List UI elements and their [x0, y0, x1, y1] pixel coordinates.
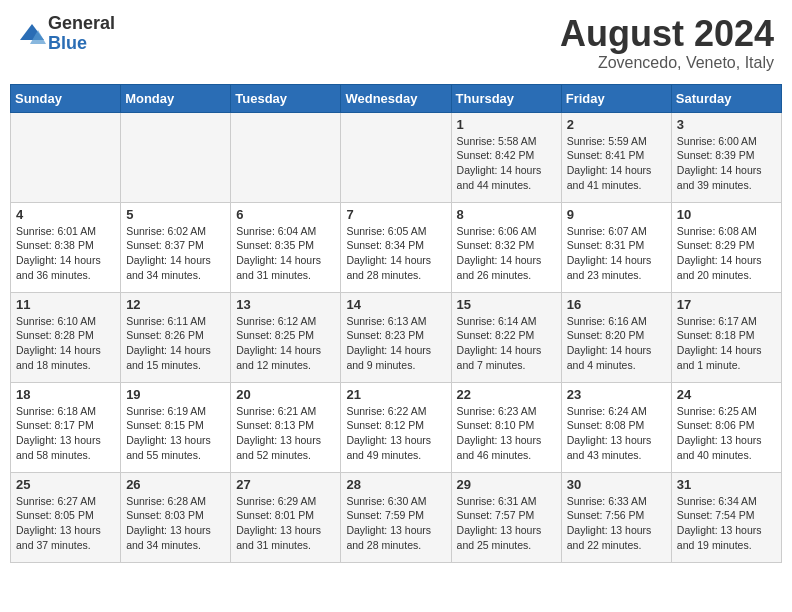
day-info: Sunrise: 5:58 AM Sunset: 8:42 PM Dayligh… [457, 134, 556, 193]
calendar-title: August 2024 [560, 14, 774, 54]
day-info: Sunrise: 6:21 AM Sunset: 8:13 PM Dayligh… [236, 404, 335, 463]
day-info: Sunrise: 6:27 AM Sunset: 8:05 PM Dayligh… [16, 494, 115, 553]
day-info: Sunrise: 6:13 AM Sunset: 8:23 PM Dayligh… [346, 314, 445, 373]
day-info: Sunrise: 6:12 AM Sunset: 8:25 PM Dayligh… [236, 314, 335, 373]
day-number: 31 [677, 477, 776, 492]
calendar-cell: 9Sunrise: 6:07 AM Sunset: 8:31 PM Daylig… [561, 202, 671, 292]
logo: General Blue [18, 14, 115, 54]
calendar-cell: 8Sunrise: 6:06 AM Sunset: 8:32 PM Daylig… [451, 202, 561, 292]
calendar-cell: 25Sunrise: 6:27 AM Sunset: 8:05 PM Dayli… [11, 472, 121, 562]
calendar-cell: 27Sunrise: 6:29 AM Sunset: 8:01 PM Dayli… [231, 472, 341, 562]
day-info: Sunrise: 6:22 AM Sunset: 8:12 PM Dayligh… [346, 404, 445, 463]
calendar-cell: 16Sunrise: 6:16 AM Sunset: 8:20 PM Dayli… [561, 292, 671, 382]
calendar-cell: 18Sunrise: 6:18 AM Sunset: 8:17 PM Dayli… [11, 382, 121, 472]
calendar-cell: 15Sunrise: 6:14 AM Sunset: 8:22 PM Dayli… [451, 292, 561, 382]
calendar-cell: 20Sunrise: 6:21 AM Sunset: 8:13 PM Dayli… [231, 382, 341, 472]
day-info: Sunrise: 6:28 AM Sunset: 8:03 PM Dayligh… [126, 494, 225, 553]
day-number: 13 [236, 297, 335, 312]
logo-icon [18, 20, 46, 48]
calendar-week-row: 25Sunrise: 6:27 AM Sunset: 8:05 PM Dayli… [11, 472, 782, 562]
logo-general-text: General [48, 14, 115, 34]
calendar-cell: 7Sunrise: 6:05 AM Sunset: 8:34 PM Daylig… [341, 202, 451, 292]
calendar-cell: 14Sunrise: 6:13 AM Sunset: 8:23 PM Dayli… [341, 292, 451, 382]
day-number: 12 [126, 297, 225, 312]
day-info: Sunrise: 6:04 AM Sunset: 8:35 PM Dayligh… [236, 224, 335, 283]
day-info: Sunrise: 6:25 AM Sunset: 8:06 PM Dayligh… [677, 404, 776, 463]
day-info: Sunrise: 6:10 AM Sunset: 8:28 PM Dayligh… [16, 314, 115, 373]
day-info: Sunrise: 6:30 AM Sunset: 7:59 PM Dayligh… [346, 494, 445, 553]
day-number: 25 [16, 477, 115, 492]
day-info: Sunrise: 6:18 AM Sunset: 8:17 PM Dayligh… [16, 404, 115, 463]
calendar-cell: 4Sunrise: 6:01 AM Sunset: 8:38 PM Daylig… [11, 202, 121, 292]
day-info: Sunrise: 6:29 AM Sunset: 8:01 PM Dayligh… [236, 494, 335, 553]
weekday-header-wednesday: Wednesday [341, 84, 451, 112]
day-info: Sunrise: 6:01 AM Sunset: 8:38 PM Dayligh… [16, 224, 115, 283]
day-number: 10 [677, 207, 776, 222]
calendar-cell: 10Sunrise: 6:08 AM Sunset: 8:29 PM Dayli… [671, 202, 781, 292]
day-number: 19 [126, 387, 225, 402]
calendar-cell: 12Sunrise: 6:11 AM Sunset: 8:26 PM Dayli… [121, 292, 231, 382]
calendar-cell: 17Sunrise: 6:17 AM Sunset: 8:18 PM Dayli… [671, 292, 781, 382]
calendar-table: SundayMondayTuesdayWednesdayThursdayFrid… [10, 84, 782, 563]
page-header: General Blue August 2024 Zovencedo, Vene… [10, 10, 782, 76]
day-info: Sunrise: 6:16 AM Sunset: 8:20 PM Dayligh… [567, 314, 666, 373]
day-info: Sunrise: 6:31 AM Sunset: 7:57 PM Dayligh… [457, 494, 556, 553]
day-number: 18 [16, 387, 115, 402]
day-number: 21 [346, 387, 445, 402]
day-info: Sunrise: 6:34 AM Sunset: 7:54 PM Dayligh… [677, 494, 776, 553]
calendar-subtitle: Zovencedo, Veneto, Italy [560, 54, 774, 72]
day-number: 6 [236, 207, 335, 222]
calendar-header: SundayMondayTuesdayWednesdayThursdayFrid… [11, 84, 782, 112]
day-info: Sunrise: 6:00 AM Sunset: 8:39 PM Dayligh… [677, 134, 776, 193]
calendar-cell: 26Sunrise: 6:28 AM Sunset: 8:03 PM Dayli… [121, 472, 231, 562]
calendar-cell [121, 112, 231, 202]
calendar-cell: 5Sunrise: 6:02 AM Sunset: 8:37 PM Daylig… [121, 202, 231, 292]
calendar-cell: 6Sunrise: 6:04 AM Sunset: 8:35 PM Daylig… [231, 202, 341, 292]
day-number: 23 [567, 387, 666, 402]
weekday-header-row: SundayMondayTuesdayWednesdayThursdayFrid… [11, 84, 782, 112]
day-number: 15 [457, 297, 556, 312]
day-number: 14 [346, 297, 445, 312]
calendar-cell: 31Sunrise: 6:34 AM Sunset: 7:54 PM Dayli… [671, 472, 781, 562]
calendar-week-row: 1Sunrise: 5:58 AM Sunset: 8:42 PM Daylig… [11, 112, 782, 202]
day-number: 29 [457, 477, 556, 492]
day-number: 3 [677, 117, 776, 132]
calendar-week-row: 4Sunrise: 6:01 AM Sunset: 8:38 PM Daylig… [11, 202, 782, 292]
calendar-cell: 19Sunrise: 6:19 AM Sunset: 8:15 PM Dayli… [121, 382, 231, 472]
day-info: Sunrise: 6:14 AM Sunset: 8:22 PM Dayligh… [457, 314, 556, 373]
calendar-cell: 21Sunrise: 6:22 AM Sunset: 8:12 PM Dayli… [341, 382, 451, 472]
day-number: 1 [457, 117, 556, 132]
day-info: Sunrise: 6:17 AM Sunset: 8:18 PM Dayligh… [677, 314, 776, 373]
title-block: August 2024 Zovencedo, Veneto, Italy [560, 14, 774, 72]
weekday-header-saturday: Saturday [671, 84, 781, 112]
day-number: 7 [346, 207, 445, 222]
day-info: Sunrise: 6:06 AM Sunset: 8:32 PM Dayligh… [457, 224, 556, 283]
day-number: 4 [16, 207, 115, 222]
day-number: 9 [567, 207, 666, 222]
day-number: 30 [567, 477, 666, 492]
weekday-header-friday: Friday [561, 84, 671, 112]
weekday-header-tuesday: Tuesday [231, 84, 341, 112]
day-info: Sunrise: 6:02 AM Sunset: 8:37 PM Dayligh… [126, 224, 225, 283]
day-number: 26 [126, 477, 225, 492]
day-number: 22 [457, 387, 556, 402]
calendar-cell: 23Sunrise: 6:24 AM Sunset: 8:08 PM Dayli… [561, 382, 671, 472]
calendar-cell: 30Sunrise: 6:33 AM Sunset: 7:56 PM Dayli… [561, 472, 671, 562]
day-info: Sunrise: 6:11 AM Sunset: 8:26 PM Dayligh… [126, 314, 225, 373]
day-number: 16 [567, 297, 666, 312]
day-info: Sunrise: 6:05 AM Sunset: 8:34 PM Dayligh… [346, 224, 445, 283]
day-number: 8 [457, 207, 556, 222]
weekday-header-sunday: Sunday [11, 84, 121, 112]
day-number: 28 [346, 477, 445, 492]
calendar-cell: 11Sunrise: 6:10 AM Sunset: 8:28 PM Dayli… [11, 292, 121, 382]
weekday-header-monday: Monday [121, 84, 231, 112]
weekday-header-thursday: Thursday [451, 84, 561, 112]
day-info: Sunrise: 6:23 AM Sunset: 8:10 PM Dayligh… [457, 404, 556, 463]
logo-blue-text: Blue [48, 34, 115, 54]
calendar-cell: 3Sunrise: 6:00 AM Sunset: 8:39 PM Daylig… [671, 112, 781, 202]
calendar-cell: 1Sunrise: 5:58 AM Sunset: 8:42 PM Daylig… [451, 112, 561, 202]
calendar-cell [231, 112, 341, 202]
day-info: Sunrise: 6:07 AM Sunset: 8:31 PM Dayligh… [567, 224, 666, 283]
calendar-cell [11, 112, 121, 202]
day-number: 5 [126, 207, 225, 222]
